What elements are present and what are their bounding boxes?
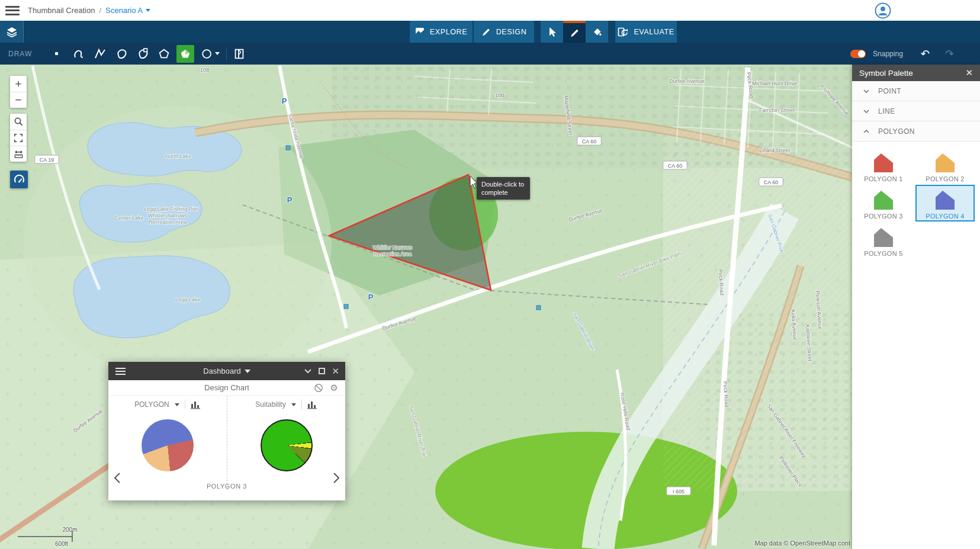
breadcrumb-separator: / — [99, 6, 101, 15]
polygon-swatch-icon — [873, 152, 894, 174]
draw-circle-tool[interactable] — [198, 45, 223, 63]
draw-polygon-outline-tool[interactable] — [155, 45, 173, 63]
bar-chart-icon[interactable] — [307, 400, 317, 409]
map-label: Recreation Area — [374, 251, 412, 257]
draw-freehand-line-tool[interactable] — [70, 45, 88, 63]
sketch-tool-button[interactable] — [563, 21, 586, 43]
split-icon — [233, 47, 246, 60]
user-avatar[interactable] — [875, 2, 891, 19]
design-chart-bar: Design Chart ⚙ — [108, 380, 345, 396]
symbol-polygon-1[interactable]: POLYGON 1 — [854, 147, 913, 184]
full-extent-button[interactable] — [10, 130, 27, 146]
gauge-icon — [14, 174, 25, 185]
draw-freehand-polygon-tool[interactable] — [113, 45, 130, 63]
route-badge: CA 60 — [663, 161, 687, 169]
route-badge: CA 60 — [577, 137, 602, 145]
filled-polygon-icon — [179, 47, 192, 60]
map-label: Center Lake — [114, 215, 143, 221]
circle-icon — [201, 47, 214, 60]
map-tools — [10, 114, 27, 162]
divider — [185, 400, 185, 409]
chevron-down-icon[interactable] — [291, 403, 296, 406]
tab-evaluate[interactable]: EVALUATE — [615, 21, 677, 43]
app-menu-icon[interactable] — [5, 6, 20, 15]
dashboard-toggle-button[interactable] — [10, 171, 28, 188]
map-label: 10B — [495, 92, 505, 98]
chart-pane-polygon: POLYGON — [108, 396, 227, 490]
polygon-node-icon — [136, 47, 150, 61]
section-point[interactable]: POINT — [852, 81, 980, 101]
dashboard-window: Dashboard ✕ Design Chart — [108, 362, 345, 500]
suitability-field-selector[interactable]: Suitability — [255, 400, 285, 409]
polygon-swatch-icon — [873, 227, 894, 248]
pie-chart-suitability — [261, 419, 313, 471]
section-line-label: LINE — [878, 107, 895, 115]
tab-design-label: DESIGN — [496, 28, 527, 36]
undo-button[interactable]: ↶ — [921, 49, 930, 59]
close-icon[interactable]: ✕ — [965, 68, 973, 78]
draw-point-tool[interactable] — [47, 45, 65, 63]
close-icon[interactable]: ✕ — [332, 367, 339, 375]
draw-autocomplete-polygon-tool[interactable] — [134, 45, 152, 63]
symbol-polygon-4[interactable]: POLYGON 4 — [915, 185, 975, 221]
svg-text:CA 60: CA 60 — [764, 179, 779, 185]
cursor-icon — [547, 27, 557, 37]
fill-tool-button[interactable] — [586, 21, 608, 43]
map-label: Recreation Area — [149, 219, 187, 225]
symbol-palette-header: Symbol Palette ✕ — [852, 65, 980, 81]
measure-button[interactable] — [10, 146, 27, 162]
measure-icon — [14, 149, 24, 159]
symbol-polygon-3[interactable]: POLYGON 3 — [854, 185, 913, 221]
chevron-down-icon[interactable] — [175, 403, 179, 406]
polygon-icon — [158, 47, 171, 60]
freehand-line-icon — [72, 47, 86, 61]
tab-evaluate-label: EVALUATE — [634, 28, 674, 36]
snapping-label: Snapping — [873, 50, 903, 58]
route-badge: I 605 — [667, 487, 691, 495]
map-label: Farndon Street — [759, 107, 795, 113]
geoplanner-app: Thumbnail Creation / Scenario A — [0, 0, 980, 549]
svg-text:CA 60: CA 60 — [582, 139, 597, 145]
draw-polyline-tool[interactable] — [91, 45, 109, 63]
bar-chart-icon[interactable] — [191, 400, 201, 409]
snapping-toggle[interactable] — [850, 50, 866, 58]
redo-button[interactable]: ↷ — [945, 49, 954, 59]
dashboard-menu-icon[interactable] — [115, 368, 126, 375]
polyline-icon — [93, 47, 107, 61]
explore-icon — [415, 27, 425, 37]
symbol-label: POLYGON 1 — [864, 175, 902, 182]
pie-chart-polygon — [142, 419, 194, 471]
tab-explore[interactable]: EXPLORE — [410, 21, 473, 43]
tooltip-line2: complete — [481, 188, 525, 197]
symbol-polygon-2[interactable]: POLYGON 2 — [915, 147, 975, 184]
polygon-field-selector[interactable]: POLYGON — [134, 400, 169, 409]
split-polygon-tool[interactable] — [230, 45, 248, 63]
section-line[interactable]: LINE — [852, 101, 980, 121]
zoom-controls: + − — [10, 76, 27, 108]
tab-design[interactable]: DESIGN — [474, 21, 534, 43]
top-bar: Thumbnail Creation / Scenario A — [0, 0, 980, 21]
select-tool-button[interactable] — [541, 21, 563, 43]
scenario-selector[interactable]: Scenario A — [105, 6, 150, 15]
polygon-swatch-icon — [934, 152, 956, 174]
symbol-label: POLYGON 4 — [926, 213, 964, 220]
zoom-in-button[interactable]: + — [10, 76, 27, 92]
layers-button[interactable] — [0, 21, 24, 43]
dashboard-header[interactable]: Dashboard ✕ — [108, 362, 345, 380]
breadcrumb-project[interactable]: Thumbnail Creation — [28, 6, 95, 15]
symbol-polygon-5[interactable]: POLYGON 5 — [854, 222, 913, 259]
draw-polygon-tool-active[interactable] — [176, 45, 194, 63]
expand-icon — [14, 133, 23, 143]
point-icon — [55, 52, 58, 55]
breadcrumb: Thumbnail Creation / Scenario A — [28, 6, 150, 15]
user-icon — [875, 2, 891, 19]
section-polygon[interactable]: POLYGON — [852, 121, 980, 142]
maximize-icon[interactable] — [319, 368, 325, 374]
snapping-controls: Snapping ↶ ↷ — [850, 49, 969, 59]
search-button[interactable] — [10, 114, 27, 130]
zoom-out-button[interactable]: − — [10, 92, 27, 108]
toolbar-divider — [226, 47, 227, 60]
collapse-icon[interactable] — [304, 368, 312, 374]
chevron-up-icon — [863, 129, 870, 134]
symbol-label: POLYGON 3 — [864, 213, 902, 220]
